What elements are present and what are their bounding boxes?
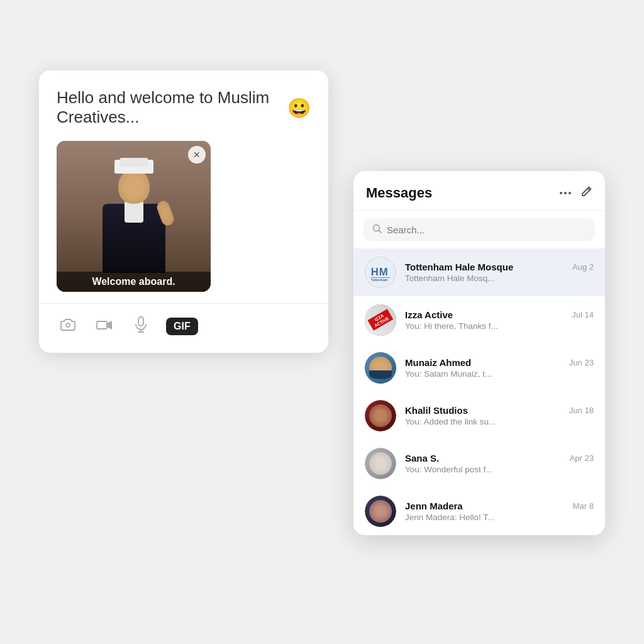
conv-name: Izza Active [405,309,453,320]
scene: Hello and welcome to Muslim Creatives...… [39,70,605,574]
conv-date: Jun 23 [569,358,594,367]
messages-header: Messages [353,171,605,211]
conv-name: Sana S. [405,453,439,464]
conv-date: Jul 14 [572,310,594,319]
conv-body: Tottenham Hale Mosque Aug 2 Tottenham Ha… [405,262,594,283]
avatar [365,496,396,527]
avatar: H M Tottenham [365,257,396,288]
chat-toolbar: GIF [57,315,311,338]
video-icon [96,318,113,335]
camera-icon [60,318,75,335]
conv-top: Sana S. Apr 23 [405,453,594,464]
avatar [365,352,396,384]
conversation-item[interactable]: Munaiz Ahmed Jun 23 You: Salam Munaiz, t… [353,344,605,392]
conversation-item[interactable]: Jenn Madera Mar 8 Jenn Madera: Hello! T.… [353,487,605,535]
gif-preview: Welcome aboard. ✕ [57,141,211,292]
conv-body: Munaiz Ahmed Jun 23 You: Salam Munaiz, t… [405,357,594,379]
avatar: IZZAACTIVE [365,304,396,336]
camera-button[interactable] [57,315,79,338]
messages-panel: Messages [353,171,605,535]
conv-name: Jenn Madera [405,501,463,511]
conv-body: Izza Active Jul 14 You: Hi there, Thanks… [405,309,594,331]
avatar [365,448,396,479]
svg-text:Tottenham: Tottenham [371,278,388,282]
conv-preview: You: Salam Munaiz, t... [405,369,594,379]
mic-icon [135,316,147,336]
conv-body: Jenn Madera Mar 8 Jenn Madera: Hello! T.… [405,501,594,522]
conv-preview: Tottenham Hale Mosq... [405,274,594,283]
dot [569,192,571,194]
conv-preview: You: Wonderful post f... [405,465,594,474]
conv-preview: Jenn Madera: Hello! T... [405,513,594,522]
conv-name: Munaiz Ahmed [405,357,471,368]
video-button[interactable] [93,315,116,338]
svg-text:M: M [379,266,388,278]
conversation-item[interactable]: Sana S. Apr 23 You: Wonderful post f... [353,440,605,487]
chat-header: Hello and welcome to Muslim Creatives...… [57,88,311,127]
conv-date: Aug 2 [572,262,594,272]
gif-button[interactable]: GIF [166,318,198,335]
dot [560,192,562,194]
chat-divider [39,303,328,304]
conv-name: Khalil Studios [405,405,468,416]
conv-top: Izza Active Jul 14 [405,309,594,320]
conv-preview: You: Added the link su... [405,417,594,426]
avatar [365,400,396,431]
more-options-button[interactable] [560,192,571,194]
close-icon: ✕ [193,150,201,160]
svg-rect-3 [138,317,143,326]
svg-line-7 [379,231,382,233]
conv-body: Khalil Studios Jun 18 You: Added the lin… [405,405,594,426]
conversation-item[interactable]: Khalil Studios Jun 18 You: Added the lin… [353,392,605,440]
svg-point-0 [66,323,70,327]
conv-preview: You: Hi there, Thanks f... [405,321,594,331]
conv-date: Mar 8 [573,501,594,511]
svg-rect-1 [97,321,107,329]
compose-button[interactable] [580,186,592,201]
svg-marker-2 [107,321,112,330]
conv-top: Jenn Madera Mar 8 [405,501,594,511]
messages-title: Messages [366,185,432,201]
search-icon [372,224,382,235]
conv-date: Jun 18 [569,406,594,415]
conv-top: Munaiz Ahmed Jun 23 [405,357,594,368]
chat-header-emoji: 😀 [287,97,311,119]
svg-text:H: H [371,266,379,278]
chat-composer-card: Hello and welcome to Muslim Creatives...… [39,70,328,353]
search-input[interactable] [387,225,586,235]
conv-top: Tottenham Hale Mosque Aug 2 [405,262,594,272]
gif-caption: Welcome aboard. [57,272,211,292]
gif-close-button[interactable]: ✕ [188,146,206,164]
conv-name: Tottenham Hale Mosque [405,262,513,272]
search-bar [364,218,595,241]
conv-top: Khalil Studios Jun 18 [405,405,594,416]
messages-header-actions [560,186,592,201]
conversation-list: H M Tottenham Tottenham Hale Mosque Aug … [353,248,605,535]
mic-button[interactable] [130,315,152,338]
conv-date: Apr 23 [570,453,594,463]
conversation-item[interactable]: IZZAACTIVE Izza Active Jul 14 You: Hi th… [353,296,605,344]
dot [564,192,567,194]
conv-body: Sana S. Apr 23 You: Wonderful post f... [405,453,594,474]
chat-header-text: Hello and welcome to Muslim Creatives... [57,88,281,127]
conversation-item[interactable]: H M Tottenham Tottenham Hale Mosque Aug … [353,248,605,296]
